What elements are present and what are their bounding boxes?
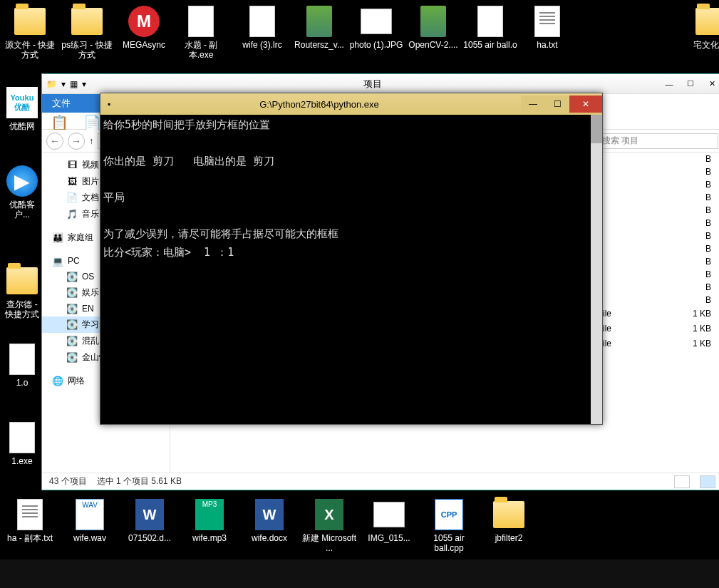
console-window[interactable]: ▪ G:\Python27bit64\python.exe — ☐ ✕ 给你5秒…	[100, 93, 603, 425]
icon-label: wife.mp3	[182, 533, 237, 543]
folder-icon	[694, 4, 719, 38]
desktop-icon[interactable]: Youku优酷优酷网	[3, 86, 41, 131]
console-output: 给你5秒的时间把手放到方框的位置 你出的是 剪刀 电脑出的是 剪刀 平局 为了减…	[100, 115, 602, 424]
word-icon: W	[133, 497, 167, 532]
item-count: 43 个项目	[49, 475, 87, 488]
properties-icon[interactable]: ▦	[70, 79, 78, 89]
desktop-icon[interactable]: W071502.d...	[123, 497, 177, 543]
icon-label: 1.exe	[3, 456, 41, 466]
tree-icon: 💽	[66, 271, 78, 282]
close-button[interactable]: ✕	[701, 76, 719, 92]
tree-icon: 💽	[66, 336, 78, 347]
icon-label: OpenCV-2....	[406, 40, 460, 50]
file-size: B	[668, 269, 718, 279]
up-button[interactable]: ↑	[89, 136, 93, 146]
tree-label: 文档	[82, 192, 99, 204]
tree-label: 家庭组	[68, 232, 93, 244]
icon-label: wife (3).lrc	[235, 40, 289, 50]
desktop-icon[interactable]: ha.txt	[520, 4, 574, 50]
explorer-titlebar[interactable]: 📁 ▾ ▦ ▾ 项目 — ☐ ✕	[42, 74, 719, 94]
desktop-icon[interactable]: IMG_015...	[362, 497, 416, 543]
desktop-icon[interactable]: ps练习 - 快捷方式	[60, 4, 114, 61]
desktop-icon[interactable]: 1.exe	[3, 421, 41, 466]
minimize-button[interactable]: —	[521, 96, 545, 113]
file-size: 1 KB	[668, 339, 718, 349]
file-tab[interactable]: 文件	[42, 94, 105, 113]
file-size: B	[668, 218, 718, 228]
desktop-icon[interactable]: 1.o	[3, 342, 41, 388]
icon-label: 查尔德 - 快捷方式	[3, 299, 41, 320]
close-button[interactable]: ✕	[569, 96, 602, 113]
mp3-icon: MP3	[192, 497, 227, 532]
icon-label: jbfilter2	[482, 533, 536, 543]
desktop-icon[interactable]: WAVwife.wav	[63, 497, 117, 543]
console-titlebar[interactable]: ▪ G:\Python27bit64\python.exe — ☐ ✕	[100, 93, 602, 115]
view-details-button[interactable]	[674, 475, 690, 488]
desktop-icon[interactable]: 宅文化-...	[684, 4, 719, 50]
wav-icon: WAV	[73, 497, 107, 532]
tree-label: 娱乐	[82, 287, 99, 299]
back-button[interactable]: ←	[46, 133, 63, 150]
minimize-button[interactable]: —	[658, 76, 680, 92]
folder-icon	[492, 497, 526, 532]
desktop-icon[interactable]: MP3wife.mp3	[182, 497, 237, 543]
desktop-icon[interactable]: OpenCV-2....	[406, 4, 460, 50]
desktop-icon[interactable]: CPP1055 air ball.cpp	[422, 497, 476, 554]
maximize-button[interactable]: ☐	[545, 96, 569, 113]
tree-label: 图片	[82, 175, 99, 187]
txt-icon	[530, 4, 564, 38]
folder-icon: 📁	[46, 79, 57, 89]
icon-label: 1055 air ball.cpp	[422, 533, 476, 554]
desktop-icon[interactable]: wife (3).lrc	[235, 4, 289, 50]
dropdown-icon[interactable]: ▾	[61, 79, 66, 89]
icon-label: 水题 - 副本.exe	[174, 40, 228, 61]
file-size: B	[668, 295, 718, 305]
scrollbar-thumb[interactable]	[591, 115, 602, 143]
scrollbar[interactable]	[591, 115, 602, 424]
file-icon	[5, 342, 39, 376]
player-icon: ▶	[5, 164, 39, 198]
icon-label: wife.wav	[63, 533, 117, 543]
tree-label: 混乱	[82, 335, 99, 347]
mega-icon: M	[127, 4, 161, 38]
maximize-button[interactable]: ☐	[680, 76, 701, 92]
view-icons-button[interactable]	[700, 475, 715, 488]
desktop-icon[interactable]: 源文件 - 快捷方式	[3, 4, 57, 61]
icon-label: 优酷网	[3, 121, 41, 131]
file-size: B	[668, 231, 718, 241]
desktop-icon[interactable]: Routersz_v...	[292, 4, 346, 50]
icon-label: ha - 副本.txt	[3, 533, 57, 543]
desktop-icon[interactable]: 查尔德 - 快捷方式	[3, 264, 41, 320]
icon-label: wife.docx	[242, 533, 296, 543]
taskbar[interactable]	[0, 559, 719, 588]
txt-icon	[13, 497, 47, 532]
icon-label: 071502.d...	[123, 533, 177, 543]
tree-icon: 🎵	[66, 209, 78, 220]
file-size: 1 KB	[668, 324, 718, 334]
icon-label: 1.o	[3, 378, 41, 388]
file-size: 1 KB	[668, 309, 718, 319]
desktop-icon[interactable]: jbfilter2	[482, 497, 536, 543]
tree-label: 网络	[68, 375, 85, 387]
icon-label: IMG_015...	[362, 533, 416, 543]
desktop-icon[interactable]: 1055 air ball.o	[463, 4, 517, 50]
desktop-icon[interactable]: X新建 Microsoft ...	[302, 497, 356, 554]
file-size: B	[668, 282, 718, 292]
tree-icon: 💽	[66, 303, 78, 314]
tree-icon: 💻	[52, 255, 63, 267]
file-size: B	[668, 192, 718, 202]
tree-icon: 💽	[66, 287, 78, 299]
desktop-icon[interactable]: ha - 副本.txt	[3, 497, 57, 543]
tree-label: 音乐	[82, 208, 99, 220]
icon-label: 宅文化-...	[684, 40, 719, 50]
desktop-icon[interactable]: MMEGAsync	[117, 4, 171, 50]
tree-label: 视频	[82, 159, 99, 171]
desktop-icon[interactable]: 水题 - 副本.exe	[174, 4, 228, 61]
desktop-icon[interactable]: ▶优酷客户...	[3, 164, 41, 220]
desktop-icon[interactable]: Wwife.docx	[242, 497, 296, 543]
rar-icon	[416, 4, 450, 38]
tree-icon: 🌐	[52, 376, 63, 387]
forward-button[interactable]: →	[68, 133, 85, 150]
icon-label: 优酷客户...	[3, 200, 41, 220]
desktop-icon[interactable]: photo (1).JPG	[349, 4, 403, 50]
